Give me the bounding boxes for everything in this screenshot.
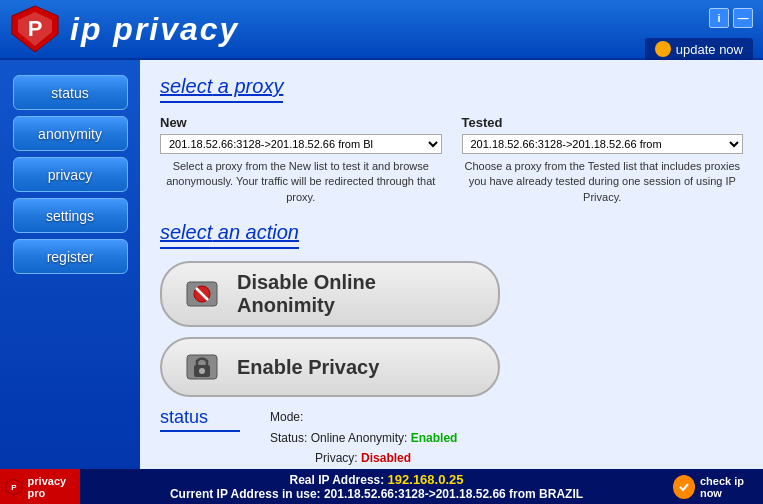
svg-point-11: [677, 480, 691, 494]
sidebar: status anonymity privacy settings regist…: [0, 60, 140, 504]
svg-text:P: P: [28, 16, 43, 41]
tested-proxy-hint: Choose a proxy from the Tested list that…: [462, 159, 744, 205]
disable-anonymity-icon: [182, 274, 222, 314]
sidebar-item-register[interactable]: register: [13, 239, 128, 274]
current-ip-row: Current IP Address in use: 201.18.52.66:…: [80, 487, 673, 501]
footer: P privacy pro Real IP Address: 192.168.0…: [0, 469, 763, 504]
disable-anonymity-button[interactable]: Disable Online Anonimity: [160, 261, 500, 327]
update-label: update now: [676, 42, 743, 57]
action-section-title: select an action: [160, 221, 299, 249]
footer-logo-text: privacy pro: [28, 475, 75, 499]
update-icon: [655, 41, 671, 57]
enable-privacy-label: Enable Privacy: [237, 356, 379, 379]
sidebar-item-status[interactable]: status: [13, 75, 128, 110]
app-logo: P: [10, 4, 60, 54]
mode-row: Mode:: [270, 407, 555, 427]
status-section-title: status: [160, 407, 240, 432]
new-proxy-select[interactable]: 201.18.52.66:3128->201.18.52.66 from Bl: [160, 134, 442, 154]
disable-anonymity-label: Disable Online Anonimity: [237, 271, 478, 317]
sidebar-item-anonymity[interactable]: anonymity: [13, 116, 128, 151]
info-button[interactable]: i: [709, 8, 729, 28]
privacy-row: Privacy: Disabled: [270, 448, 555, 468]
tested-proxy-col: Tested 201.18.52.66:3128->201.18.52.66 f…: [462, 115, 744, 205]
real-ip-row: Real IP Address: 192.168.0.25: [80, 472, 673, 487]
svg-point-8: [199, 368, 205, 374]
content-area: select a proxy New 201.18.52.66:3128->20…: [140, 60, 763, 504]
svg-text:P: P: [11, 483, 17, 492]
sidebar-item-privacy[interactable]: privacy: [13, 157, 128, 192]
privacy-value: Disabled: [361, 451, 411, 465]
app-title: ip privacy: [70, 11, 239, 48]
tested-proxy-select[interactable]: 201.18.52.66:3128->201.18.52.66 from: [462, 134, 744, 154]
tested-proxy-label: Tested: [462, 115, 744, 130]
enable-privacy-icon: [182, 347, 222, 387]
footer-logo: P privacy pro: [0, 469, 80, 504]
window-controls: i —: [709, 8, 753, 28]
check-ip-icon: [673, 475, 695, 499]
new-proxy-col: New 201.18.52.66:3128->201.18.52.66 from…: [160, 115, 442, 205]
status-row: Status: Online Anonymity: Enabled: [270, 428, 555, 448]
check-ip-label: check ip now: [700, 475, 763, 499]
enable-privacy-button[interactable]: Enable Privacy: [160, 337, 500, 397]
sidebar-item-settings[interactable]: settings: [13, 198, 128, 233]
anonymity-value: Enabled: [411, 431, 458, 445]
minimize-button[interactable]: —: [733, 8, 753, 28]
check-ip-button[interactable]: check ip now: [673, 475, 763, 499]
proxy-row: New 201.18.52.66:3128->201.18.52.66 from…: [160, 115, 743, 205]
real-ip-value: 192.168.0.25: [388, 472, 464, 487]
new-proxy-hint: Select a proxy from the New list to test…: [160, 159, 442, 205]
proxy-section-title: select a proxy: [160, 75, 283, 103]
main-layout: status anonymity privacy settings regist…: [0, 60, 763, 504]
new-proxy-label: New: [160, 115, 442, 130]
app-header: P ip privacy i — update now: [0, 0, 763, 60]
footer-ip-info: Real IP Address: 192.168.0.25 Current IP…: [80, 472, 673, 501]
update-bar[interactable]: update now: [645, 38, 753, 60]
